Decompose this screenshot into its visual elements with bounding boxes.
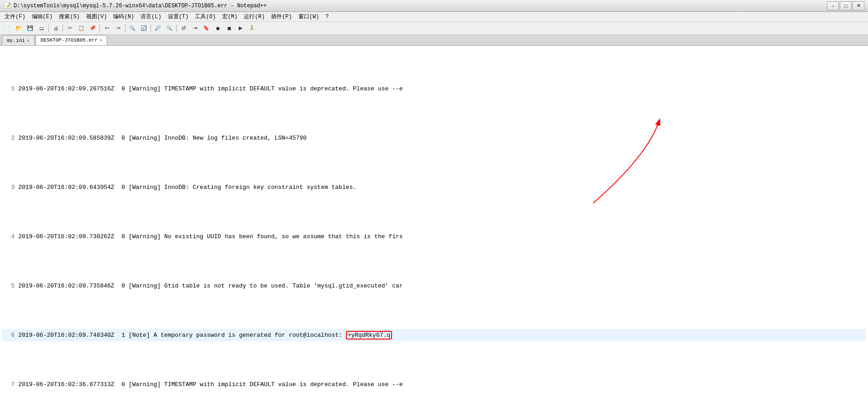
maximize-button[interactable]: □ <box>840 1 852 10</box>
menu-edit[interactable]: 编辑(E) <box>29 12 56 21</box>
code-content[interactable]: 12019-06-20T16:02:09.207516Z 0 [Warning]… <box>0 46 868 413</box>
tab-myini[interactable]: my.ini ✕ <box>2 35 35 45</box>
tb-macro-play[interactable]: ▶ <box>235 23 246 33</box>
tab-errfile[interactable]: DESKTOP-JTO1B05.err ✕ <box>36 35 107 45</box>
close-button[interactable]: ✕ <box>852 1 864 10</box>
window-controls: − □ ✕ <box>827 1 864 10</box>
tb-undo[interactable]: ↩ <box>101 23 112 33</box>
menu-run[interactable]: 运行(R) <box>241 12 267 21</box>
tb-cut[interactable]: ✂ <box>64 23 75 33</box>
tb-redo[interactable]: ↪ <box>113 23 124 33</box>
menu-file[interactable]: 文件(F) <box>2 12 28 21</box>
tb-sep5 <box>151 24 151 32</box>
tab-bar: my.ini ✕ DESKTOP-JTO1B05.err ✕ <box>0 35 868 46</box>
tb-paste[interactable]: 📌 <box>87 23 98 33</box>
tb-wrap[interactable]: ⇄ <box>178 23 189 33</box>
tb-macro-stop[interactable]: ⏹ <box>224 23 235 33</box>
minimize-button[interactable]: − <box>827 1 839 10</box>
code-line-4: 42019-06-20T16:02:09.730262Z 0 [Warning]… <box>2 230 866 243</box>
code-line-5: 52019-06-20T16:02:09.735846Z 0 [Warning]… <box>2 280 866 292</box>
code-line-7: 72019-06-20T16:02:36.877313Z 0 [Warning]… <box>2 378 866 391</box>
tab-myini-close[interactable]: ✕ <box>27 38 30 43</box>
tb-find[interactable]: 🔍 <box>127 23 138 33</box>
menu-language[interactable]: 语言(L) <box>138 12 164 21</box>
menu-encode[interactable]: 编码(N) <box>110 12 137 21</box>
title-bar-left: 📝 D:\systemTools\mysql\mysql-5.7.26-winx… <box>4 2 267 10</box>
menu-tools[interactable]: 工具(O) <box>192 12 219 21</box>
toolbar: 📄 📂 💾 🗂 🖨 ✂ 📋 📌 ↩ ↪ 🔍 🔄 🔎 🔍 ⇄ ⇥ 🔖 ⏺ ⏹ ▶ … <box>0 22 868 35</box>
menu-macro[interactable]: 宏(M) <box>220 12 241 21</box>
tb-sep2 <box>63 24 63 32</box>
code-line-3: 32019-06-20T16:02:09.643954Z 0 [Warning]… <box>2 181 866 193</box>
code-line-2: 22019-06-20T16:02:09.585839Z 0 [Warning]… <box>2 132 866 144</box>
tb-sep6 <box>176 24 177 32</box>
tb-indent[interactable]: ⇥ <box>189 23 200 33</box>
tb-sep3 <box>99 24 100 32</box>
tb-macro-rec[interactable]: ⏺ <box>212 23 223 33</box>
tab-errfile-label: DESKTOP-JTO1B05.err <box>41 37 98 43</box>
tb-zoomout[interactable]: 🔍 <box>164 23 175 33</box>
title-bar: 📝 D:\systemTools\mysql\mysql-5.7.26-winx… <box>0 0 868 12</box>
tab-errfile-close[interactable]: ✕ <box>99 37 102 43</box>
tb-save[interactable]: 💾 <box>25 23 36 33</box>
tb-open[interactable]: 📂 <box>13 23 24 33</box>
tb-sep4 <box>125 24 125 32</box>
code-line-1: 12019-06-20T16:02:09.207516Z 0 [Warning]… <box>2 83 866 95</box>
menu-settings[interactable]: 设置(T) <box>165 12 192 21</box>
menu-view[interactable]: 视图(V) <box>84 12 110 21</box>
tb-sep1 <box>48 24 49 32</box>
tb-findreplace[interactable]: 🔄 <box>138 23 149 33</box>
tb-saveall[interactable]: 🗂 <box>36 23 47 33</box>
tab-myini-label: my.ini <box>7 38 25 43</box>
editor-area: 12019-06-20T16:02:09.207516Z 0 [Warning]… <box>0 46 868 413</box>
tb-bookmark[interactable]: 🔖 <box>201 23 212 33</box>
tb-new[interactable]: 📄 <box>2 23 13 33</box>
password-highlight: +yRqdRkyG7.q <box>346 331 392 340</box>
menu-plugins[interactable]: 插件(P) <box>268 12 295 21</box>
menu-window[interactable]: 窗口(W) <box>296 12 322 21</box>
menu-help[interactable]: ? <box>323 13 331 21</box>
tb-run[interactable]: 🏃 <box>246 23 257 33</box>
tb-copy[interactable]: 📋 <box>76 23 87 33</box>
window-title: D:\systemTools\mysql\mysql-5.7.26-winx64… <box>14 3 267 9</box>
app-icon: 📝 <box>4 2 11 10</box>
tb-zoomin[interactable]: 🔎 <box>152 23 163 33</box>
code-line-6: 62019-06-20T16:02:09.748340Z 1 [Note] A … <box>2 329 866 341</box>
menu-bar: 文件(F) 编辑(E) 搜索(S) 视图(V) 编码(N) 语言(L) 设置(T… <box>0 12 868 22</box>
menu-search[interactable]: 搜索(S) <box>56 12 83 21</box>
annotation-arrow <box>0 46 868 413</box>
tb-print[interactable]: 🖨 <box>50 23 61 33</box>
